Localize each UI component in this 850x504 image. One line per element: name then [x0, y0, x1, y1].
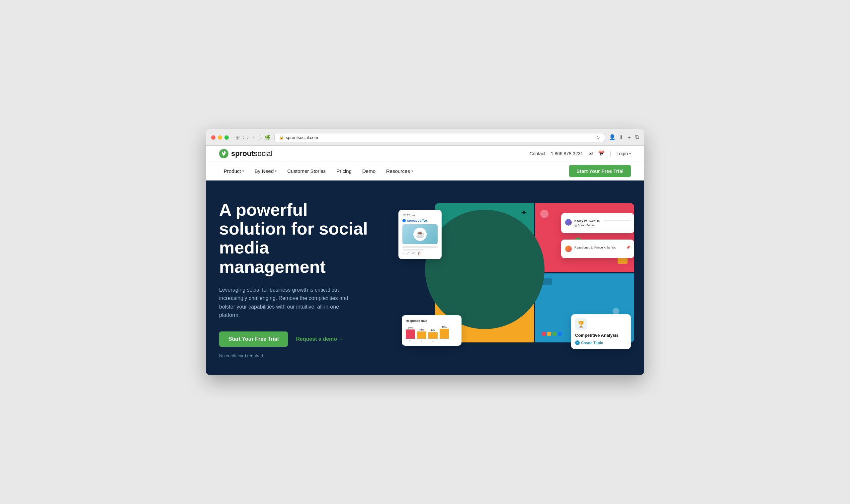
hero-section: A powerful solution for social media man…: [206, 180, 644, 375]
address-bar[interactable]: 🔒 sproutsocial.com ↻: [274, 133, 605, 142]
tweet-card-1: Kacey W. Tweet to @SproutSocial: [561, 213, 634, 233]
hero-trial-button[interactable]: Start Your Free Trial: [219, 331, 288, 347]
sprout-logo-icon: [219, 149, 228, 158]
pin-icon: 📌: [626, 246, 630, 249]
chevron-down-icon: ▾: [242, 169, 244, 173]
tabs-icon[interactable]: ⧉: [635, 134, 639, 141]
extension-icons: ⫴ 🛡 🌿: [253, 135, 270, 140]
back-button[interactable]: ‹: [242, 134, 244, 141]
bar-pct-2: 48%: [419, 328, 424, 331]
bar-pct-3: 44%: [431, 329, 435, 331]
nav-item-demo[interactable]: Demo: [358, 166, 380, 177]
phone-action-icons: ··· 🏷 🏷 📋: [402, 252, 438, 255]
nav-item-by-need[interactable]: By Need ▾: [250, 166, 281, 177]
bar-label-3: W: [432, 339, 434, 342]
nav-cta-button[interactable]: Start Your Free Trial: [569, 165, 631, 177]
tweet-text-2: Reassigned to Prince K. by You: [574, 246, 616, 250]
divider: |: [610, 151, 611, 156]
topbar-right: Contact 1.866.878.3231 ✉ 📅 | Login ▾: [530, 150, 631, 157]
phone-image: ☕: [402, 224, 438, 244]
bookmark-icon: ⫴: [253, 135, 255, 140]
browser-action-buttons: 👤 ⬆ ＋ ⧉: [609, 134, 639, 141]
no-credit-card-text: No credit card required.: [219, 353, 379, 358]
placeholder-line-2: [402, 249, 424, 251]
logo[interactable]: sproutsocial: [219, 149, 273, 158]
bar-3: [428, 332, 438, 339]
chevron-down-icon: ▾: [411, 169, 413, 173]
bar-label-4: T: [444, 339, 445, 342]
competitive-title: Competitive Analysis: [575, 333, 627, 338]
main-nav: Product ▾ By Need ▾ Customer Stories Pri…: [206, 162, 644, 180]
maximize-button[interactable]: [224, 136, 229, 140]
reload-icon[interactable]: ↻: [596, 135, 600, 140]
browser-titlebar: ⊞ ‹ › ⫴ 🛡 🌿 🔒 sproutsocial.com ↻ 👤 ⬆ ＋ ⧉: [206, 129, 644, 146]
email-icon[interactable]: ✉: [588, 150, 593, 157]
logo-text: sproutsocial: [231, 149, 273, 158]
site-topbar: sproutsocial Contact 1.866.878.3231 ✉ 📅 …: [206, 146, 644, 162]
nav-links: Product ▾ By Need ▾ Customer Stories Pri…: [219, 166, 418, 177]
browser-window: ⊞ ‹ › ⫴ 🛡 🌿 🔒 sproutsocial.com ↻ 👤 ⬆ ＋ ⧉: [206, 129, 644, 375]
sprout-extension-icon: 🌿: [265, 135, 270, 140]
hero-demo-link[interactable]: Request a demo →: [296, 336, 344, 342]
profile-icon[interactable]: 👤: [609, 134, 615, 141]
nav-item-product[interactable]: Product ▾: [219, 166, 249, 177]
phone-number[interactable]: 1.866.878.3231: [551, 151, 583, 156]
create-topic-icon: +: [575, 340, 580, 345]
competitive-analysis-card: 🏆 Competitive Analysis + Create Topic: [571, 314, 631, 349]
bar-pct-4: 56%: [442, 326, 447, 328]
traffic-lights: [211, 136, 229, 140]
placeholder-line-1: [402, 246, 438, 248]
forward-button[interactable]: ›: [247, 134, 248, 141]
hero-illustration: ✦ 🌿: [392, 203, 631, 356]
chevron-down-icon: ▾: [629, 151, 631, 155]
new-tab-icon[interactable]: ＋: [627, 134, 632, 141]
nav-item-resources[interactable]: Resources ▾: [382, 166, 418, 177]
lock-icon: 🔒: [279, 136, 284, 140]
facebook-icon: [402, 219, 406, 222]
bar-label-2: T: [421, 339, 422, 342]
tweet-text-1: Kacey W. Tweet to @SproutSocial: [574, 219, 601, 227]
coffee-icon: ☕: [413, 228, 427, 241]
hero-title: A powerful solution for social media man…: [219, 200, 379, 276]
url-text: sproutsocial.com: [286, 135, 318, 140]
minimize-button[interactable]: [218, 136, 222, 140]
phone-time: 12:42 pm: [402, 214, 415, 217]
hero-description: Leveraging social for business growth is…: [219, 286, 359, 320]
tweet-avatar-1: [565, 219, 572, 226]
shield-icon: 🛡: [257, 135, 262, 140]
bar-1: [406, 329, 415, 339]
close-button[interactable]: [211, 136, 215, 140]
response-rate-card: Response Rate 55% M 48% T 44%: [402, 315, 462, 346]
sidebar-toggle-icon[interactable]: ⊞: [236, 134, 240, 141]
share-icon[interactable]: ⬆: [619, 134, 623, 141]
bar-label-1: M: [410, 339, 411, 342]
nav-item-customer-stories[interactable]: Customer Stories: [282, 166, 330, 177]
tweet-avatar-2: [565, 246, 572, 252]
bar-2: [417, 331, 426, 339]
login-button[interactable]: Login ▾: [617, 151, 631, 156]
hero-left: A powerful solution for social media man…: [219, 200, 379, 358]
tweet-card-2: Reassigned to Prince K. by You 📌: [561, 239, 634, 258]
calendar-icon[interactable]: 📅: [598, 150, 605, 157]
bar-4: [439, 329, 449, 339]
nav-item-pricing[interactable]: Pricing: [332, 166, 356, 177]
contact-link[interactable]: Contact: [530, 151, 545, 156]
hero-buttons: Start Your Free Trial Request a demo →: [219, 331, 379, 347]
response-bar-chart: 55% M 48% T 44% W 56%: [406, 325, 457, 342]
create-topic-link[interactable]: + Create Topic: [575, 340, 627, 345]
bg-circle-decoration: [425, 210, 544, 329]
browser-nav-controls: ⊞ ‹ ›: [236, 134, 249, 141]
bar-pct-1: 55%: [408, 326, 413, 329]
response-rate-title: Response Rate: [406, 319, 457, 323]
phone-mockup-card: 12:42 pm Sprout Coffee... ☕ ··· 🏷 🏷 📋: [398, 210, 441, 259]
phone-brand-name: Sprout Coffee...: [407, 219, 429, 222]
competitive-icon: 🏆: [575, 318, 587, 330]
chevron-down-icon: ▾: [275, 169, 277, 173]
